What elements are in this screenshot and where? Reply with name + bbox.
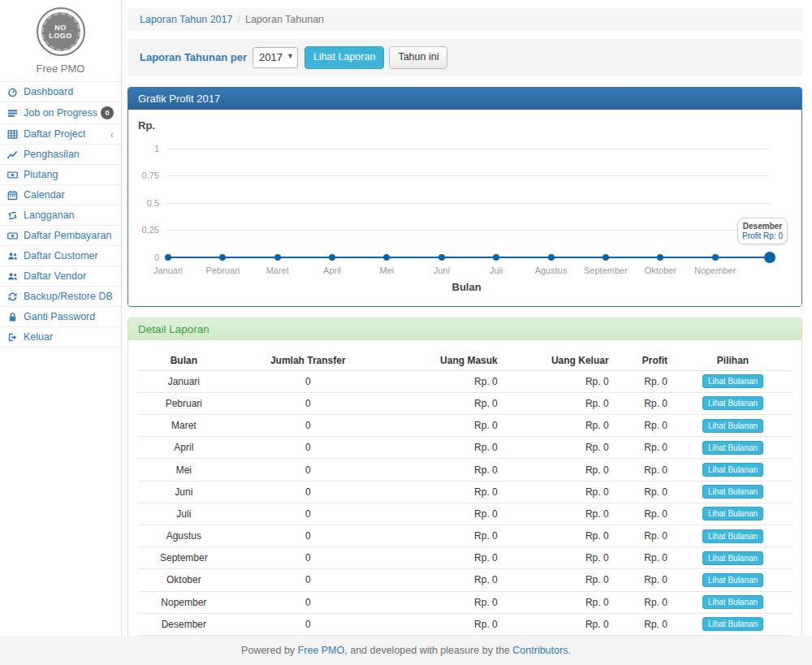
breadcrumb: Laporan Tahun 2017/Laporan Tahunan — [127, 8, 802, 31]
bulan-cell: Mei — [138, 459, 230, 481]
table-row: September0Rp. 0Rp. 0Rp. 0Lihat Bulanan — [138, 547, 792, 569]
table-row: Oktober0Rp. 0Rp. 0Rp. 0Lihat Bulanan — [138, 569, 792, 591]
x-axis-label: April — [303, 266, 361, 275]
table-row: Juni0Rp. 0Rp. 0Rp. 0Lihat Bulanan — [138, 481, 792, 503]
pilihan-cell: Lihat Bulanan — [674, 613, 792, 635]
sidebar: NO LOGO Free PMO DashboardJob on Progres… — [0, 0, 122, 636]
pilihan-cell: Lihat Bulanan — [674, 481, 792, 503]
sidebar-item-daftar-pembayaran[interactable]: Daftar Pembayaran — [0, 226, 121, 246]
sidebar-item-daftar-vendor[interactable]: Daftar Vendor — [0, 266, 121, 287]
pilihan-cell: Lihat Bulanan — [674, 503, 792, 525]
jumlah-transfer-cell: 0 — [230, 370, 387, 392]
x-axis-label: Nopember — [686, 266, 745, 275]
lihat-bulanan-button[interactable]: Lihat Bulanan — [702, 463, 763, 477]
y-axis-tick: 0.5 — [130, 198, 159, 208]
lihat-bulanan-button[interactable]: Lihat Bulanan — [702, 529, 763, 543]
tahun-ini-button[interactable]: Tahun ini — [389, 46, 447, 69]
jumlah-transfer-cell: 0 — [230, 591, 387, 613]
sidebar-item-penghasilan[interactable]: Penghasilan — [0, 145, 121, 165]
calendar-icon — [7, 190, 21, 201]
profit-cell: Rp. 0 — [615, 547, 674, 569]
sign-out-icon — [7, 332, 21, 343]
footer-text: Powered by — [241, 645, 297, 656]
profit-cell: Rp. 0 — [615, 415, 674, 437]
table-row: April0Rp. 0Rp. 0Rp. 0Lihat Bulanan — [138, 437, 792, 459]
sidebar-item-job-on-progress[interactable]: Job on Progress0 — [0, 102, 121, 124]
jumlah-transfer-cell: 0 — [230, 525, 387, 547]
detail-panel-body: BulanJumlah TransferUang MasukUang Kelua… — [128, 340, 801, 665]
sidebar-item-calendar[interactable]: Calendar — [0, 185, 121, 205]
column-header: Pilihan — [674, 352, 792, 371]
chart-point-september[interactable] — [603, 254, 609, 261]
chart-point-nopember[interactable] — [712, 254, 719, 261]
profit-cell: Rp. 0 — [615, 370, 674, 392]
pilihan-cell: Lihat Bulanan — [674, 525, 792, 547]
lihat-laporan-button[interactable]: Lihat Laporan — [304, 46, 384, 69]
chart-panel-title: Grafik Profit 2017 — [128, 88, 801, 110]
y-axis-tick: 1 — [130, 144, 159, 153]
chart-tooltip: Desember Profit Rp: 0 — [737, 218, 788, 244]
x-axis-label: Januari — [139, 266, 197, 275]
lihat-bulanan-button[interactable]: Lihat Bulanan — [702, 573, 763, 587]
chart-point-pebruari[interactable] — [219, 254, 226, 261]
lihat-bulanan-button[interactable]: Lihat Bulanan — [702, 551, 763, 565]
bulan-cell: Maret — [138, 415, 230, 437]
footer-text-middle: , and developed with pleasure by the — [344, 645, 512, 656]
bulan-cell: Agustus — [138, 525, 230, 547]
sidebar-item-label: Daftar Customer — [24, 250, 98, 261]
uang-keluar-cell: Rp. 0 — [504, 503, 615, 525]
lihat-bulanan-button[interactable]: Lihat Bulanan — [702, 419, 763, 433]
chart-point-agustus[interactable] — [548, 254, 555, 261]
chart-point-april[interactable] — [329, 254, 335, 261]
chart-point-juni[interactable] — [438, 254, 445, 261]
sidebar-item-daftar-customer[interactable]: Daftar Customer — [0, 246, 121, 266]
lihat-bulanan-button[interactable]: Lihat Bulanan — [702, 374, 763, 388]
footer-link-contributors[interactable]: Contributors — [512, 645, 568, 656]
sidebar-item-piutang[interactable]: Piutang — [0, 165, 121, 185]
lihat-bulanan-button[interactable]: Lihat Bulanan — [702, 595, 763, 609]
dashboard-icon — [7, 87, 21, 97]
chart-point-maret[interactable] — [274, 254, 281, 261]
table-row: Desember0Rp. 0Rp. 0Rp. 0Lihat Bulanan — [138, 613, 792, 635]
chart-gridline — [166, 175, 770, 176]
uang-keluar-cell: Rp. 0 — [504, 525, 615, 547]
x-axis-title: Bulan — [452, 281, 482, 293]
lihat-bulanan-button[interactable]: Lihat Bulanan — [702, 617, 763, 631]
chart-point-desember[interactable] — [764, 252, 775, 263]
chart-point-juli[interactable] — [493, 254, 499, 261]
chart-point-mei[interactable] — [383, 254, 390, 261]
line-chart-icon — [7, 149, 21, 160]
lihat-bulanan-button[interactable]: Lihat Bulanan — [702, 485, 763, 499]
lihat-bulanan-button[interactable]: Lihat Bulanan — [702, 441, 763, 455]
x-axis-label: Juni — [412, 266, 471, 275]
table-icon — [7, 129, 21, 140]
uang-keluar-cell: Rp. 0 — [504, 569, 615, 591]
table-row: Pebruari0Rp. 0Rp. 0Rp. 0Lihat Bulanan — [138, 392, 792, 414]
footer-link-freepmo[interactable]: Free PMO — [298, 645, 345, 656]
chart-point-oktober[interactable] — [657, 254, 663, 261]
table-row: Agustus0Rp. 0Rp. 0Rp. 0Lihat Bulanan — [138, 525, 792, 547]
filter-label: Laporan Tahunan per — [140, 51, 247, 63]
bulan-cell: Pebruari — [138, 392, 230, 414]
jumlah-transfer-cell: 0 — [230, 503, 387, 525]
sidebar-item-dashboard[interactable]: Dashboard — [0, 82, 121, 102]
sidebar-item-langganan[interactable]: Langganan — [0, 205, 121, 226]
lihat-bulanan-button[interactable]: Lihat Bulanan — [702, 396, 763, 410]
pilihan-cell: Lihat Bulanan — [674, 370, 792, 392]
uang-keluar-cell: Rp. 0 — [504, 591, 615, 613]
chart-point-januari[interactable] — [165, 254, 171, 261]
pilihan-cell: Lihat Bulanan — [674, 547, 792, 569]
lock-icon — [7, 312, 21, 322]
retweet-icon — [7, 210, 21, 221]
uang-keluar-cell: Rp. 0 — [504, 415, 615, 437]
sidebar-item-daftar-project[interactable]: Daftar Project‹ — [0, 124, 121, 145]
sidebar-item-keluar[interactable]: Keluar — [0, 327, 121, 348]
profit-cell: Rp. 0 — [615, 481, 674, 503]
sidebar-item-label: Backup/Restore DB — [24, 291, 113, 302]
lihat-bulanan-button[interactable]: Lihat Bulanan — [702, 507, 763, 520]
breadcrumb-link[interactable]: Laporan Tahun 2017 — [140, 14, 232, 25]
sidebar-item-ganti-password[interactable]: Ganti Password — [0, 307, 121, 327]
sidebar-item-backup-restore-db[interactable]: Backup/Restore DB — [0, 287, 121, 307]
year-select[interactable]: 2017 — [253, 47, 298, 68]
uang-masuk-cell: Rp. 0 — [387, 437, 504, 459]
